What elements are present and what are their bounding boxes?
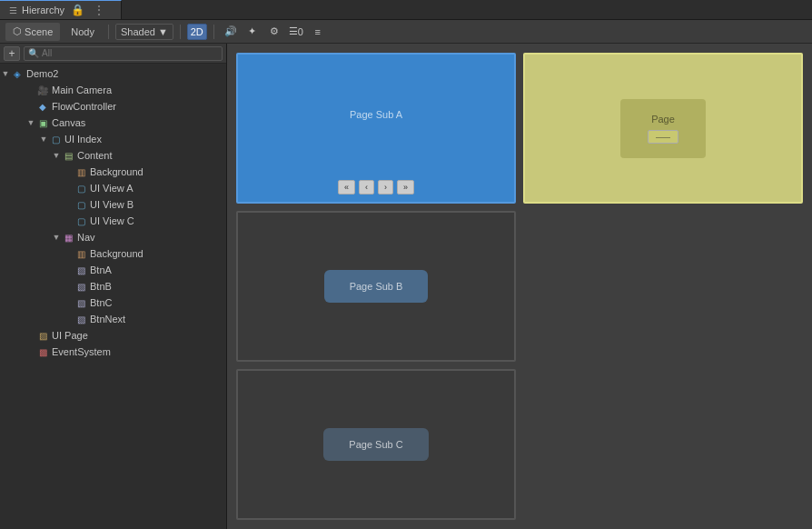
nav-btn-4[interactable]: » — [397, 180, 414, 195]
tree-arrow-empty — [25, 346, 36, 357]
tree-item-ui-view-a[interactable]: ▢UI View A — [0, 180, 226, 196]
tree-icon-bg: ▥ — [74, 165, 87, 178]
tree-label: EventSystem — [52, 346, 111, 357]
tree-arrow-empty — [25, 330, 36, 341]
tree-arrow-empty — [64, 281, 74, 292]
tree-item-btn-b[interactable]: ▧BtnB — [0, 278, 226, 294]
tree-arrow-empty — [64, 166, 74, 177]
tree-label: BtnC — [90, 297, 112, 308]
tree-item-ui-index[interactable]: ▼▢UI Index — [0, 131, 226, 147]
tree-arrow-empty — [25, 85, 36, 95]
tree-icon-ui: ▢ — [74, 182, 87, 195]
tree-label: UI Page — [52, 330, 88, 341]
tree-arrow-empty — [64, 183, 74, 194]
tree-label: Demo2 — [26, 68, 58, 79]
add-gameobject-button[interactable]: + — [4, 46, 20, 61]
canvas-page-box: Page —— — [620, 99, 706, 158]
gizmos-button[interactable]: ⚙ — [264, 24, 284, 40]
tree-item-content[interactable]: ▼▤Content — [0, 147, 226, 164]
tree-icon-canvas: ▣ — [36, 116, 49, 129]
tree-item-btn-next[interactable]: ▧BtnNext — [0, 311, 226, 327]
canvas-page-label: Page — [651, 114, 675, 125]
tree-item-ui-view-b[interactable]: ▢UI View B — [0, 196, 226, 213]
tree-item-background1[interactable]: ▥Background — [0, 164, 226, 180]
tree-label: UI Index — [64, 134, 102, 145]
search-icon: 🔍 — [28, 48, 39, 58]
tree-arrow-empty — [64, 215, 74, 226]
tab-hierarchy-label: Hierarchy — [22, 5, 64, 15]
tree-item-event-system[interactable]: ▩EventSystem — [0, 344, 226, 360]
tree-item-nav[interactable]: ▼▦Nav — [0, 229, 226, 245]
hierarchy-tab-icon: ☰ — [9, 5, 17, 15]
canvas-b-label: Page Sub B — [324, 270, 429, 303]
audio-button[interactable]: 🔊 — [221, 24, 241, 40]
tree-item-btn-c[interactable]: ▧BtnC — [0, 294, 226, 311]
canvas-ui-view-c: Page Sub C — [236, 369, 516, 520]
tree-label: UI View B — [90, 199, 134, 210]
tab-hierarchy[interactable]: ☰ Hierarchy 🔒 ⋮ — [0, 0, 122, 19]
hierarchy-panel: + 🔍 ▼◈Demo2🎥Main Camera◆FlowController▼▣… — [0, 44, 227, 529]
tree-label: BtnA — [90, 264, 112, 275]
tree-item-canvas[interactable]: ▼▣Canvas — [0, 115, 226, 131]
tab-scene[interactable]: ⬡ Scene — [5, 23, 60, 41]
effects-button[interactable]: ✦ — [243, 24, 262, 40]
shading-dropdown[interactable]: Shaded ▼ — [115, 24, 173, 40]
tree-icon-nav: ▦ — [62, 231, 74, 244]
canvas-ui-view-b: Page Sub B — [236, 211, 516, 362]
canvas-page-btn[interactable]: —— — [648, 130, 678, 144]
hierarchy-tree: ▼◈Demo2🎥Main Camera◆FlowController▼▣Canv… — [0, 64, 226, 529]
tree-icon-btn: ▧ — [74, 296, 87, 309]
tree-icon-btn: ▧ — [74, 264, 87, 276]
scene-toolbar: ⬡ Scene Nody Shaded ▼ 2D 🔊 ✦ ⚙ ☰ 0 ≡ — [0, 20, 812, 44]
layers-button[interactable]: ☰ 0 — [286, 24, 306, 40]
scene-view: Page Sub A « ‹ › » Page —— Page Sub B Pa… — [227, 44, 812, 529]
search-input[interactable] — [42, 48, 218, 58]
tree-arrow-empty — [64, 314, 74, 324]
tab-nody[interactable]: Nody — [64, 23, 102, 41]
tree-arrow-empty — [25, 101, 36, 112]
tree-icon-ui: ▢ — [74, 215, 87, 227]
tree-label: Nav — [77, 232, 95, 243]
toolbar-separator-2 — [180, 25, 181, 39]
tree-arrow: ▼ — [0, 68, 11, 79]
tree-arrow: ▼ — [25, 117, 36, 128]
nav-btn-3[interactable]: › — [378, 180, 393, 195]
tree-arrow: ▼ — [51, 232, 62, 243]
tree-icon-btn: ▧ — [74, 313, 87, 325]
tree-icon-btn: ▧ — [74, 280, 87, 293]
lock-icon[interactable]: 🔒 — [69, 4, 86, 16]
tree-icon-event: ▩ — [36, 345, 49, 358]
tree-arrow: ▼ — [38, 134, 49, 145]
tree-label: Canvas — [52, 117, 85, 128]
tree-label: Background — [90, 166, 144, 177]
tree-arrow: ▼ — [51, 150, 62, 161]
scene-right-bot — [523, 369, 803, 520]
tree-icon-ui: ▢ — [74, 198, 87, 211]
tree-label: BtnB — [90, 281, 112, 292]
search-box: 🔍 — [24, 46, 223, 61]
tree-icon-content: ▤ — [62, 149, 74, 162]
tree-item-main-camera[interactable]: 🎥Main Camera — [0, 82, 226, 98]
scene-icon: ⬡ — [13, 25, 22, 37]
nav-btn-1[interactable]: « — [338, 180, 355, 195]
tree-item-btn-a[interactable]: ▧BtnA — [0, 262, 226, 278]
tree-icon-bg: ▥ — [74, 247, 87, 260]
tree-item-demo2[interactable]: ▼◈Demo2 — [0, 65, 226, 82]
tree-label: UI View C — [90, 215, 134, 226]
toolbar-view-buttons: 🔊 ✦ ⚙ ☰ 0 ≡ — [221, 24, 328, 40]
tree-label: Content — [77, 150, 113, 161]
tree-item-flow-controller[interactable]: ◆FlowController — [0, 98, 226, 115]
tree-label: BtnNext — [90, 314, 125, 324]
tree-item-ui-view-c[interactable]: ▢UI View C — [0, 213, 226, 229]
main-content: + 🔍 ▼◈Demo2🎥Main Camera◆FlowController▼▣… — [0, 44, 812, 529]
more-icon[interactable]: ⋮ — [92, 4, 106, 16]
canvas-ui-index: Page Sub A « ‹ › » — [236, 53, 516, 204]
nav-btn-2[interactable]: ‹ — [359, 180, 374, 195]
2d-mode-button[interactable]: 2D — [187, 24, 207, 40]
tree-icon-scene: ◈ — [11, 67, 24, 80]
tree-arrow-empty — [64, 297, 74, 308]
tree-item-ui-page[interactable]: ▨UI Page — [0, 327, 226, 344]
tree-item-background2[interactable]: ▥Background — [0, 245, 226, 262]
tree-icon-camera: 🎥 — [36, 84, 49, 96]
overlay-button[interactable]: ≡ — [308, 24, 328, 40]
